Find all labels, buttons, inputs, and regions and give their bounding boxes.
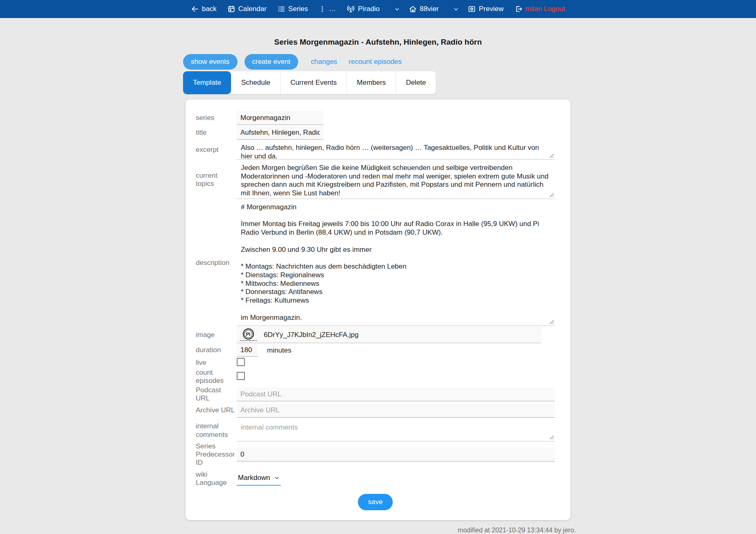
form-row-internal-comments: internal comments [196, 420, 555, 441]
podcast-url-input[interactable] [237, 387, 555, 401]
image-upload-field[interactable]: PI MORGENMAGAZIN 6DrYy_J7KJbIn2_jZEHcFA.… [237, 327, 541, 343]
nav-series[interactable]: Series [277, 5, 308, 13]
nav-more-menu[interactable]: … [319, 5, 336, 13]
excerpt-textarea[interactable]: Also … aufstehn, hinlegen, Radio hörn … … [237, 140, 555, 160]
modified-status-text: modified at 2021-10-29 13:34:44 by jero. [180, 527, 576, 534]
piradio-dropdown-chevron-icon[interactable] [394, 6, 400, 12]
nav-logout[interactable]: milan Logout [514, 5, 565, 13]
nav-preview[interactable]: Preview [468, 5, 503, 13]
form-row-series: series [196, 111, 555, 125]
antenna-icon [346, 5, 355, 14]
wiki-language-select[interactable]: Markdown [237, 472, 281, 486]
nav-more-label: … [329, 5, 336, 13]
form-row-image: image PI MORGENMAGAZIN 6DrYy_J7KJbIn2_jZ… [196, 327, 555, 343]
page-title: Series Morgenmagazin - Aufstehn, Hinlege… [0, 38, 756, 47]
nav-piradio-label: Piradio [358, 5, 380, 13]
calendar-icon [227, 5, 235, 13]
chevron-down-icon [274, 475, 280, 481]
arrow-left-icon [191, 5, 199, 13]
form-row-description: description # Morgenmagazin Immer Montag… [196, 200, 555, 326]
duration-input[interactable] [237, 344, 258, 357]
form-row-podcast-url: Podcast URL [196, 386, 555, 403]
nav-calendar-label: Calendar [238, 5, 267, 13]
series-predecessor-id-field-label: Series Predecessor ID [196, 442, 237, 467]
home-icon [409, 5, 417, 13]
nav-piradio[interactable]: Piradio [346, 5, 380, 14]
recount-episodes-link[interactable]: recount episodes [349, 58, 401, 66]
series-field-label: series [196, 114, 237, 122]
form-row-count-episodes: count episodes [196, 369, 555, 385]
top-navigation-bar: back Calendar Series … Piradio 88vier [0, 0, 756, 18]
series-tab-bar: Template Schedule Current Events Members… [183, 71, 436, 94]
more-vertical-icon [319, 5, 326, 13]
template-form-card: series title excerpt Also … aufstehn, hi… [186, 100, 570, 520]
preview-icon [468, 5, 476, 13]
tab-current-events[interactable]: Current Events [280, 71, 346, 94]
count-episodes-checkbox[interactable] [237, 372, 245, 380]
nav-series-label: Series [288, 5, 308, 13]
station-dropdown-chevron-icon[interactable] [453, 6, 459, 12]
description-field-label: description [196, 259, 237, 267]
series-actions-row: show events create event changes recount… [183, 54, 573, 70]
logout-icon [514, 5, 523, 13]
form-row-wiki-language: wiki Language Markdown [196, 471, 555, 487]
list-icon [277, 5, 285, 13]
nav-station-label: 88vier [420, 5, 439, 13]
nav-station-88vier[interactable]: 88vier [409, 5, 439, 13]
save-button[interactable]: save [358, 494, 393, 510]
current-topics-field-label: current topics [196, 172, 237, 188]
nav-back[interactable]: back [191, 5, 217, 13]
podcast-url-field-label: Podcast URL [196, 386, 237, 403]
series-predecessor-id-input[interactable] [237, 448, 555, 462]
image-filename: 6DrYy_J7KJbIn2_jZEHcFA.jpg [264, 331, 359, 339]
form-row-excerpt: excerpt Also … aufstehn, hinlegen, Radio… [196, 140, 555, 160]
title-field-label: title [196, 129, 237, 137]
form-row-current-topics: current topics Jeden Morgen begrüßen Sie… [196, 161, 555, 199]
wiki-language-selected-value: Markdown [238, 474, 270, 482]
form-row-archive-url: Archive URL [196, 404, 555, 418]
current-topics-textarea[interactable]: Jeden Morgen begrüßen Sie die keine Müdi… [237, 161, 555, 199]
form-row-duration: duration minutes [196, 344, 555, 357]
tab-delete[interactable]: Delete [396, 71, 436, 94]
live-field-label: live [196, 359, 237, 367]
show-events-button[interactable]: show events [183, 54, 238, 70]
image-field-label: image [196, 331, 237, 339]
title-input[interactable] [237, 126, 324, 140]
series-image-thumbnail: PI MORGENMAGAZIN [240, 328, 256, 342]
internal-comments-textarea[interactable] [237, 420, 555, 441]
tab-members[interactable]: Members [346, 71, 396, 94]
archive-url-field-label: Archive URL [196, 406, 237, 414]
form-row-title: title [196, 126, 555, 140]
form-row-series-predecessor-id: Series Predecessor ID [196, 442, 555, 467]
description-textarea[interactable]: # Morgenmagazin Immer Montag bis Freitag… [237, 200, 555, 326]
nav-calendar[interactable]: Calendar [227, 5, 267, 13]
wiki-language-field-label: wiki Language [196, 471, 237, 487]
archive-url-input[interactable] [237, 404, 555, 418]
count-episodes-field-label: count episodes [196, 369, 237, 385]
duration-field-label: duration [196, 346, 237, 354]
tab-template[interactable]: Template [183, 71, 231, 94]
nav-preview-label: Preview [479, 5, 503, 13]
create-event-button[interactable]: create event [244, 54, 299, 70]
nav-back-label: back [202, 5, 217, 13]
form-row-live: live [196, 358, 555, 368]
internal-comments-field-label: internal comments [196, 422, 237, 439]
changes-link[interactable]: changes [311, 58, 337, 66]
duration-unit-label: minutes [267, 346, 292, 355]
excerpt-field-label: excerpt [196, 146, 237, 154]
pi-radio-logo: PI [243, 328, 254, 339]
live-checkbox[interactable] [237, 358, 245, 366]
tab-schedule[interactable]: Schedule [231, 71, 280, 94]
nav-logout-label: milan Logout [525, 5, 565, 13]
series-input[interactable] [237, 111, 324, 125]
